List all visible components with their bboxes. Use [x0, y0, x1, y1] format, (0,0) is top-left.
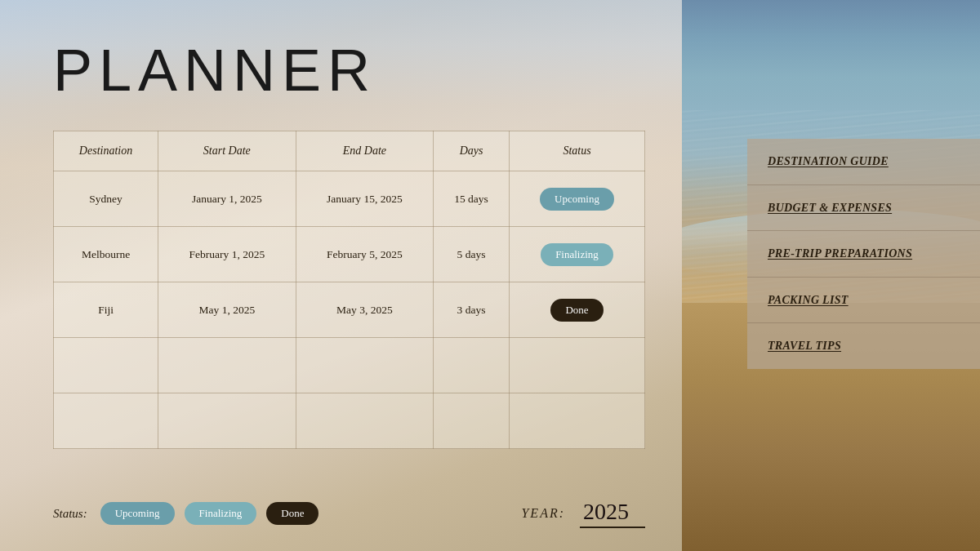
- col-header-destination: Destination: [54, 131, 158, 171]
- year-label: YEAR:: [521, 506, 565, 521]
- nav-item-label-budget-expenses: BUDGET & EXPENSES: [768, 202, 892, 214]
- cell-end-date: [296, 338, 434, 393]
- cell-destination: Melbourne: [54, 227, 158, 282]
- nav-item-label-destination-guide: DESTINATION GUIDE: [768, 155, 889, 167]
- table-header-row: Destination Start Date End Date Days Sta…: [54, 131, 645, 171]
- right-panel: DESTINATION GUIDEBUDGET & EXPENSESPRE-TR…: [682, 0, 980, 551]
- status-label: Status:: [53, 507, 87, 521]
- col-header-status: Status: [510, 131, 645, 171]
- nav-item-label-packing-list: PACKING LIST: [768, 294, 849, 306]
- cell-start-date: January 1, 2025: [158, 171, 296, 227]
- table-row: [54, 338, 645, 393]
- cell-end-date: January 15, 2025: [296, 171, 434, 227]
- nav-item-travel-tips[interactable]: TRAVEL TIPS: [747, 323, 980, 369]
- nav-item-label-travel-tips: TRAVEL TIPS: [768, 340, 841, 352]
- status-badge: Finalizing: [541, 243, 613, 266]
- badge-finalizing: Finalizing: [185, 502, 257, 525]
- year-value: 2025: [580, 499, 645, 528]
- status-badge: Upcoming: [540, 188, 614, 211]
- cell-days: [434, 338, 510, 393]
- cell-end-date: February 5, 2025: [296, 227, 434, 282]
- col-header-end-date: End Date: [296, 131, 434, 171]
- left-panel: PLANNER Destination Start Date End Date …: [0, 0, 682, 551]
- nav-item-pre-trip-preparations[interactable]: PRE-TRIP PREPARATIONS: [747, 231, 980, 278]
- cell-days: [434, 393, 510, 449]
- table-row: FijiMay 1, 2025May 3, 20253 daysDone: [54, 282, 645, 338]
- cell-start-date: [158, 393, 296, 449]
- nav-item-budget-expenses[interactable]: BUDGET & EXPENSES: [747, 185, 980, 232]
- cell-status: Finalizing: [510, 227, 645, 282]
- status-legend: Status: Upcoming Finalizing Done: [53, 502, 318, 525]
- cell-days: 3 days: [434, 282, 510, 338]
- table-row: SydneyJanuary 1, 2025January 15, 202515 …: [54, 171, 645, 227]
- cell-days: 15 days: [434, 171, 510, 227]
- table-row: [54, 393, 645, 449]
- cell-end-date: [296, 393, 434, 449]
- cell-start-date: May 1, 2025: [158, 282, 296, 338]
- status-badge: Done: [550, 299, 603, 322]
- cell-status: [510, 338, 645, 393]
- footer: Status: Upcoming Finalizing Done YEAR: 2…: [53, 499, 645, 528]
- nav-item-destination-guide[interactable]: DESTINATION GUIDE: [747, 139, 980, 185]
- col-header-days: Days: [434, 131, 510, 171]
- badge-upcoming: Upcoming: [100, 502, 175, 525]
- nav-item-packing-list[interactable]: PACKING LIST: [747, 278, 980, 324]
- nav-panel: DESTINATION GUIDEBUDGET & EXPENSESPRE-TR…: [747, 139, 980, 369]
- planner-table: Destination Start Date End Date Days Sta…: [53, 131, 645, 449]
- cell-status: [510, 393, 645, 449]
- table-row: MelbourneFebruary 1, 2025February 5, 202…: [54, 227, 645, 282]
- cell-destination: Sydney: [54, 171, 158, 227]
- cell-start-date: [158, 338, 296, 393]
- page-title: PLANNER: [53, 37, 376, 104]
- cell-end-date: May 3, 2025: [296, 282, 434, 338]
- cell-start-date: February 1, 2025: [158, 227, 296, 282]
- cell-status: Done: [510, 282, 645, 338]
- nav-item-label-pre-trip-preparations: PRE-TRIP PREPARATIONS: [768, 247, 912, 260]
- cell-destination: [54, 338, 158, 393]
- table-container: Destination Start Date End Date Days Sta…: [53, 131, 645, 449]
- cell-status: Upcoming: [510, 171, 645, 227]
- cell-destination: [54, 393, 158, 449]
- badge-done: Done: [266, 502, 318, 525]
- cell-days: 5 days: [434, 227, 510, 282]
- col-header-start-date: Start Date: [158, 131, 296, 171]
- year-section: YEAR: 2025: [521, 499, 645, 528]
- cell-destination: Fiji: [54, 282, 158, 338]
